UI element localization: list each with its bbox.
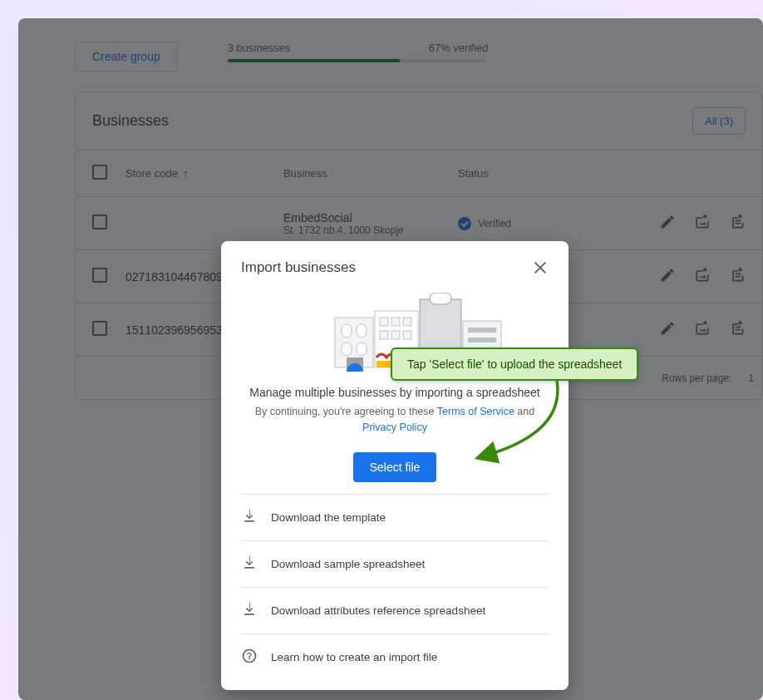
help-icon [241,648,258,667]
modal-list-item[interactable]: Download the template [241,494,549,540]
download-icon [241,508,258,527]
modal-fine-print: By continuing, you're agreeing to these … [241,404,549,436]
svg-rect-18 [468,328,496,333]
privacy-link[interactable]: Privacy Policy [362,421,427,433]
svg-rect-10 [380,331,388,339]
modal-list-item[interactable]: Download sample spreadsheet [241,540,549,587]
terms-link[interactable]: Terms of Service [437,406,514,417]
import-businesses-modal: Import businesses [221,241,569,690]
modal-title: Import businesses [241,259,532,276]
modal-list-item[interactable]: Download attributes reference spreadshee… [241,587,549,633]
modal-item-label: Download the template [271,511,386,524]
download-icon [241,601,258,620]
modal-list-item[interactable]: Learn how to create an import file [241,633,549,680]
modal-lead-text: Manage multiple businesses by importing … [241,386,549,399]
svg-rect-1 [342,324,352,338]
modal-item-label: Download sample spreadsheet [271,558,425,570]
svg-rect-8 [391,318,400,326]
svg-rect-15 [430,293,451,304]
download-icon [241,555,258,574]
svg-rect-4 [357,343,367,356]
svg-rect-12 [403,331,411,339]
svg-rect-19 [468,338,496,343]
svg-rect-11 [391,331,400,339]
svg-rect-2 [357,324,367,338]
svg-rect-7 [380,318,388,326]
modal-item-label: Download attributes reference spreadshee… [271,604,485,617]
select-file-button[interactable]: Select file [353,452,437,482]
close-icon[interactable] [532,259,549,276]
instruction-callout: Tap 'Select file' to upload the spreadsh… [391,348,638,381]
svg-rect-9 [403,318,411,326]
modal-item-label: Learn how to create an import file [271,651,437,663]
svg-rect-3 [342,343,352,356]
